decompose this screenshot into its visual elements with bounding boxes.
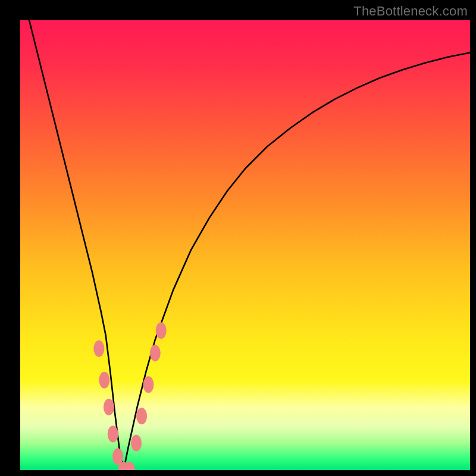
curve-marker <box>143 376 154 393</box>
chart-svg <box>20 20 470 470</box>
chart-frame: TheBottleneck.com <box>0 0 476 476</box>
plot-area <box>20 20 470 470</box>
watermark-text: TheBottleneck.com <box>353 4 468 19</box>
curve-marker <box>112 448 123 465</box>
curve-marker <box>93 340 104 357</box>
curve-marker <box>136 408 147 424</box>
curve-marker <box>156 322 167 339</box>
curve-marker <box>104 399 114 415</box>
curve-marker <box>150 345 161 361</box>
bottleneck-curve <box>29 20 470 470</box>
curve-marker <box>108 426 118 443</box>
curve-marker <box>131 435 142 452</box>
curve-marker <box>99 372 109 389</box>
